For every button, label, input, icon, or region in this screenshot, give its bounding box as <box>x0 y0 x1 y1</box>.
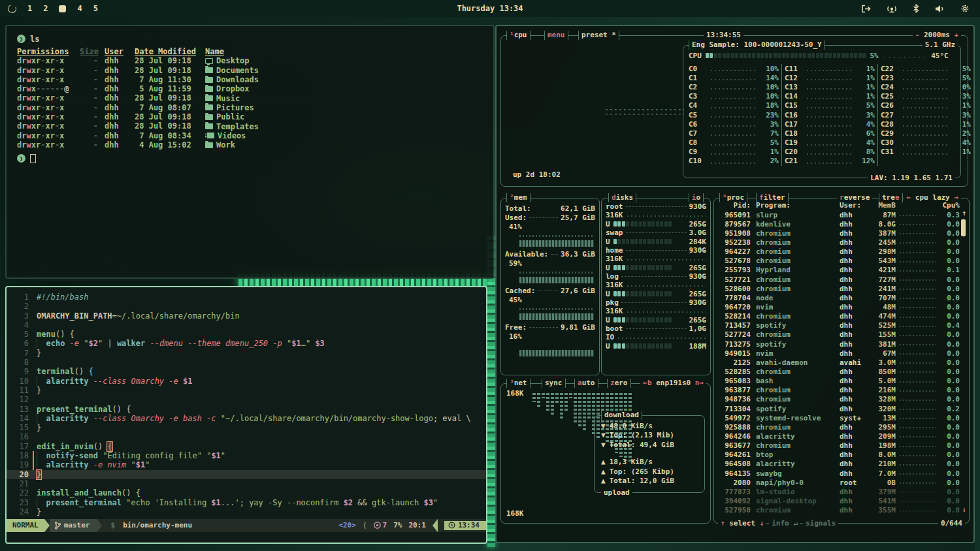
proc-scrollbar[interactable] <box>961 219 966 236</box>
volume-icon[interactable] <box>935 5 945 13</box>
net-auto-button[interactable]: auto <box>574 379 598 388</box>
proc-filter-button[interactable]: filter <box>756 193 789 202</box>
process-row[interactable]: 713457spotifydhh525M0.4 <box>719 321 966 330</box>
process-row[interactable]: 963877chromiumdhh216M0.0 <box>719 386 966 395</box>
code-line[interactable]: 17edit_in_nvim() { <box>7 442 486 451</box>
proc-select-buttons[interactable]: ↑ select ↓ <box>718 519 766 528</box>
code-line[interactable]: 16 <box>7 432 486 441</box>
update-interval[interactable]: - 2000ms + <box>913 31 961 40</box>
net-sync-button[interactable]: sync <box>542 379 566 388</box>
process-row[interactable]: 528600chromiumdhh241M0.0 <box>719 284 966 293</box>
code-buffer[interactable]: 1#!/bin/bash23OMARCHY_BIN_PATH=~/.local/… <box>7 287 486 519</box>
process-row[interactable]: 528214chromiumdhh474M0.0 <box>719 312 966 321</box>
workspace-2[interactable]: 2 <box>43 4 48 13</box>
io-mode-button[interactable]: io <box>689 193 704 202</box>
editor-window-nvim[interactable]: 1#!/bin/bash23OMARCHY_BIN_PATH=~/.local/… <box>5 286 487 544</box>
process-row[interactable]: 394092signal-desktopdhh541M0.0 <box>719 496 966 505</box>
workspace-1[interactable]: 1 <box>27 4 32 13</box>
code-line[interactable]: 10▏ alacritty --class Omarchy -e $1 <box>7 377 486 386</box>
code-line[interactable]: 15} <box>7 423 486 432</box>
net-interface-switch[interactable]: ←b enp191s0 n→ <box>640 379 706 388</box>
proc-scroll-down-icon[interactable]: ↓ <box>962 505 966 514</box>
proc-tree-button[interactable]: tree <box>879 193 903 202</box>
process-row[interactable]: 964135swaybgdhh7.0M0.0 <box>719 469 966 478</box>
download-stats: ▼48,0 KiB/s▼Top: (2,13 Mib)▼Total: 49,4 … <box>601 421 698 450</box>
code-line[interactable]: 6▏ echo -e "$2" | walker --dmenu --theme… <box>7 339 486 348</box>
process-row[interactable]: 549972systemd-resolvesyst+13M0.0 <box>719 413 966 422</box>
code-line[interactable]: 8 <box>7 358 486 367</box>
code-line[interactable]: 11} <box>7 386 486 395</box>
broadcast-icon[interactable] <box>887 5 897 13</box>
proc-selection-count: 0/644 <box>938 519 965 528</box>
process-row[interactable]: 952238chromiumdhh245M0.0 <box>719 238 966 247</box>
process-row[interactable]: 527724chromiumdhh155M0.0 <box>719 330 966 339</box>
btop-menu-button[interactable]: menu <box>544 31 568 40</box>
process-row[interactable]: 527950chromiumdhh355M0.0 <box>719 506 966 515</box>
terminal-window-ls[interactable]: ❯ ls PermissionsSizeUserDate ModifiedNam… <box>5 25 495 279</box>
code-line[interactable]: 20} <box>7 470 486 479</box>
process-row[interactable]: 778704nodedhh707M0.0 <box>719 293 966 302</box>
code-line[interactable]: 2 <box>7 302 486 311</box>
btop-window[interactable]: ¹cpu menu preset * 13:34:55 - 2000ms + u… <box>495 25 975 543</box>
process-row[interactable]: 948736chromiumdhh328M0.0 <box>719 395 966 404</box>
cpu-core-row: C310% <box>689 92 779 101</box>
code-line[interactable]: 13present_terminal() { <box>7 405 486 414</box>
process-row[interactable]: 713275spotifydhh381M0.0 <box>719 339 966 349</box>
code-line[interactable]: 23▏ present_terminal "echo 'Installing $… <box>7 498 486 507</box>
cpu-core-row: C010% <box>689 64 779 73</box>
process-row[interactable]: 527678chromiumdhh543M0.0 <box>719 257 966 266</box>
workspace-3-active[interactable] <box>59 5 66 12</box>
code-line[interactable]: 18▏ notify-send "Editing config file" "$… <box>7 451 486 460</box>
net-zero-button[interactable]: zero <box>607 379 631 388</box>
code-line[interactable]: 5menu() { <box>7 330 486 339</box>
proc-info-button[interactable]: info ↵ <box>769 519 800 528</box>
process-row[interactable]: 925888chromiumdhh295M0.0 <box>719 422 966 432</box>
process-row[interactable]: 2080napi/phy0-0root0B0.0 <box>719 478 966 487</box>
command-line[interactable] <box>7 532 486 543</box>
code-line[interactable]: 14▏ alacritty --class Omarchy -e bash -c… <box>7 414 486 423</box>
process-row[interactable]: 964261btopdhh8.0M0.0 <box>719 450 966 460</box>
process-row[interactable]: 965083bashdhh5.0M0.0 <box>719 377 966 386</box>
gear-icon[interactable] <box>960 4 970 13</box>
code-line[interactable]: 9terminal() { <box>7 367 486 376</box>
workspace-5[interactable]: 5 <box>93 4 98 13</box>
code-line[interactable]: 3OMARCHY_BIN_PATH=~/.local/share/omarchy… <box>7 311 486 321</box>
code-line[interactable]: 22install_and_launch() { <box>7 488 486 497</box>
process-row[interactable]: 964246alacrittydhh209M0.0 <box>719 432 966 441</box>
code-line[interactable]: 1#!/bin/bash <box>7 292 486 302</box>
code-line[interactable]: 7} <box>7 349 486 358</box>
process-row[interactable]: 2125avahi-daemonavahi3.0M0.0 <box>719 358 966 367</box>
code-line[interactable]: 4 <box>7 321 486 330</box>
process-row[interactable]: 713304spotifydhh320M0.2 <box>719 404 966 413</box>
powerline-separator <box>97 519 102 532</box>
disks-panel-title[interactable]: disks <box>608 193 636 202</box>
process-row[interactable]: 964227chromiumdhh298M0.0 <box>719 247 966 257</box>
omarchy-logo-icon[interactable] <box>7 3 18 14</box>
process-row[interactable]: 964720nvimdhh48M0.0 <box>719 302 966 311</box>
code-line[interactable]: 24} <box>7 507 486 516</box>
process-row[interactable]: 951908chromiumdhh387M0.0 <box>719 228 966 238</box>
proc-sort-selector[interactable]: ← cpu lazy → <box>904 193 961 202</box>
process-row[interactable]: 777873lm-studiodhh379M0.0 <box>719 487 966 496</box>
process-row[interactable]: 528285chromiumdhh850M0.0 <box>719 367 966 376</box>
process-row[interactable]: 255793Hyprlanddhh421M0.1 <box>719 266 966 275</box>
process-row[interactable]: 527721chromiumdhh727M0.0 <box>719 275 966 284</box>
process-row[interactable]: 949015nvimdhh67M0.0 <box>719 349 966 358</box>
btop-preset-button[interactable]: preset * <box>578 31 619 40</box>
process-row[interactable]: 964508alacrittydhh210M0.0 <box>719 460 966 469</box>
bluetooth-icon[interactable] <box>913 4 919 13</box>
process-row[interactable]: 879567kdenlivedhh8.0G0.0 <box>719 219 966 228</box>
proc-scroll-up-icon[interactable]: ↑ <box>962 209 966 217</box>
workspace-4[interactable]: 4 <box>77 4 82 13</box>
proc-reverse-button[interactable]: reverse <box>837 193 872 202</box>
process-row[interactable]: 963677chromiumdhh198M0.0 <box>719 441 966 450</box>
proc-signals-button[interactable]: signals <box>803 519 838 528</box>
process-row[interactable]: 965091slurpdhh87M0.3 <box>719 210 966 219</box>
code-line[interactable]: 21 <box>7 479 486 488</box>
code-line[interactable]: 19▏ alacritty -e nvim "$1" <box>7 460 486 469</box>
logout-icon[interactable] <box>861 5 871 13</box>
desktop-icon <box>205 58 213 64</box>
code-line[interactable]: 12 <box>7 395 486 404</box>
cpu-history-graph <box>606 109 684 117</box>
process-list[interactable]: 965091slurpdhh87M0.3879567kdenlivedhh8.0… <box>714 210 969 515</box>
